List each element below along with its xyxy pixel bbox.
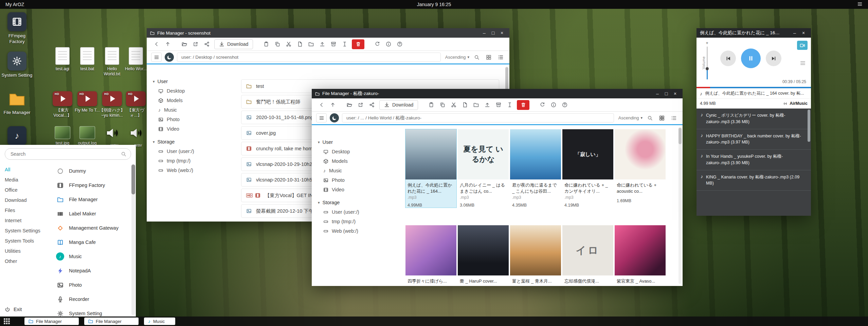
file-grid-item[interactable]: 憂 _ HaruP cover...	[458, 225, 509, 284]
open-button[interactable]	[344, 100, 355, 110]
sidebar-item-models[interactable]: Models	[312, 156, 403, 166]
share-button[interactable]	[201, 39, 212, 49]
new-folder-button[interactable]	[305, 39, 317, 49]
taskbar-item-file-manager-2[interactable]: File Manager	[84, 318, 139, 325]
maximize-button[interactable]: □	[662, 90, 670, 97]
list-view-button[interactable]	[496, 53, 505, 62]
desktop-file-video[interactable]: HDFly Me To T...	[74, 91, 101, 113]
file-grid-item[interactable]: 菫と葉桜 _ 青木月...	[510, 225, 561, 284]
desktop-file-video[interactable]: HD【東方ヴォ...】	[123, 91, 149, 118]
minimize-button[interactable]: –	[480, 29, 488, 37]
new-folder-button[interactable]	[470, 100, 482, 110]
sidebar-item-music[interactable]: ♪Music	[147, 105, 238, 115]
delete-button[interactable]	[517, 100, 529, 110]
scrollbar[interactable]	[131, 164, 135, 315]
minimize-button[interactable]: –	[791, 29, 799, 37]
category-all[interactable]: All	[0, 165, 51, 175]
up-button[interactable]	[162, 39, 173, 49]
sidebar-item-desktop[interactable]: Desktop	[147, 86, 238, 96]
file-grid-item-selected[interactable]: 例えば、今此処に置かれた花に _ 164... .mp3 4.99MB	[405, 129, 456, 208]
desktop-file[interactable]: test.agi	[49, 47, 76, 72]
desktop-icon-system-setting[interactable]: System Setting	[1, 52, 33, 78]
copy-button[interactable]	[272, 39, 283, 49]
sidebar-item-photo[interactable]: Photo	[312, 175, 403, 185]
category-files[interactable]: Files	[0, 205, 51, 215]
sidebar-item-tmp-drive[interactable]: tmp (tmp:/)	[147, 156, 238, 166]
close-button[interactable]: ×	[671, 90, 679, 97]
playlist-item[interactable]: ♪In Your Hands _ yusukeP cover. by 柘榴-za…	[697, 150, 811, 170]
refresh-button[interactable]	[537, 100, 548, 110]
volume-track[interactable]	[707, 46, 708, 79]
delete-button[interactable]	[352, 39, 364, 49]
sidebar-toggle-button[interactable]	[316, 113, 327, 122]
file-grid-item[interactable]: 四季折々に擡げら...	[405, 225, 456, 284]
open-button[interactable]	[179, 39, 190, 49]
archive-button[interactable]	[328, 39, 339, 49]
breadcrumb[interactable]: user: / ... / Hello World / 柘榴-zakuro-	[342, 113, 614, 122]
search-button[interactable]	[472, 53, 481, 62]
app-item-file-manager[interactable]: File Manager	[52, 192, 131, 207]
next-button[interactable]	[766, 51, 781, 66]
scrollbar-handle[interactable]	[505, 67, 508, 91]
sidebar-item-models[interactable]: Models	[147, 96, 238, 105]
sidebar-item-web-drive[interactable]: Web (web:/)	[312, 226, 403, 236]
app-item-label-maker[interactable]: Label Maker	[52, 207, 131, 221]
download-button[interactable]: Download	[379, 100, 418, 110]
taskbar-item-file-manager-1[interactable]: File Manager	[24, 318, 79, 325]
sidebar-section-user[interactable]: ▾User	[147, 77, 238, 86]
scrollbar-handle[interactable]	[679, 128, 682, 144]
desktop-file-image[interactable]: test.jpg	[49, 126, 76, 146]
topbar-menu-button[interactable]	[857, 1, 863, 8]
info-button[interactable]	[383, 39, 394, 49]
previous-button[interactable]	[720, 51, 736, 66]
category-office[interactable]: Office	[0, 185, 51, 195]
sidebar-item-photo[interactable]: Photo	[147, 115, 238, 124]
category-other[interactable]: Other	[0, 256, 51, 266]
file-grid-item[interactable]: イロ 忘却感傷代償漫...	[562, 225, 613, 284]
sidebar-section-storage[interactable]: ▾Storage	[312, 198, 403, 207]
scrollbar-handle[interactable]	[131, 165, 135, 194]
app-item-system-setting[interactable]: System Setting	[52, 306, 131, 317]
titlebar[interactable]: 例えば、今此処に置かれた花に _ 164 c... – ×	[697, 28, 811, 38]
sidebar-item-web-drive[interactable]: Web (web:/)	[147, 166, 238, 175]
brand-label[interactable]: My ArOZ	[5, 2, 24, 7]
playlist-item[interactable]: ♪HAPPY BIRTHDAY _ back number cover. by …	[697, 129, 811, 150]
sidebar-item-video[interactable]: Video	[147, 124, 238, 134]
grid-view-button[interactable]	[484, 53, 493, 62]
app-item-recorder[interactable]: Recorder	[52, 292, 131, 306]
file-grid-item[interactable]: 夏を見て いるかな 八月のレイニー _ はるまきごはん co... .mp3 3…	[458, 129, 509, 208]
list-view-button[interactable]	[669, 114, 678, 122]
playlist-item[interactable]: ♪Cynic _ ポリスピカデリー cover. by 柘榴-zakuro-.m…	[697, 109, 811, 129]
cut-button[interactable]	[448, 100, 459, 110]
desktop-icon-ffmpeg-factory[interactable]: FFmpeg Factory	[1, 12, 33, 45]
up-button[interactable]	[327, 100, 338, 110]
desktop-file[interactable]: Hello World.txt	[99, 47, 125, 77]
sidebar-item-tmp-drive[interactable]: tmp (tmp:/)	[312, 217, 403, 226]
progress-bar[interactable]	[697, 87, 811, 88]
rename-button[interactable]	[339, 39, 350, 49]
titlebar[interactable]: File Manager - screenshot – □ ×	[147, 28, 509, 38]
pause-button[interactable]	[741, 49, 761, 68]
sidebar-item-user-drive[interactable]: User (user:/)	[147, 147, 238, 156]
upload-button[interactable]	[317, 39, 328, 49]
new-file-button[interactable]	[294, 39, 305, 49]
close-button[interactable]: ×	[498, 29, 506, 37]
sort-dropdown[interactable]: Ascending▾	[445, 55, 469, 60]
sidebar-section-storage[interactable]: ▾Storage	[147, 137, 238, 147]
sidebar-item-music[interactable]: ♪Music	[312, 166, 403, 175]
titlebar[interactable]: File Manager - 柘榴-zakuro- – □ ×	[312, 89, 683, 98]
maximize-button[interactable]: □	[489, 29, 497, 37]
refresh-button[interactable]	[372, 39, 383, 49]
copy-button[interactable]	[437, 100, 448, 110]
exit-button[interactable]: Exit	[0, 304, 51, 315]
help-button[interactable]	[559, 100, 570, 110]
scrollbar-handle[interactable]	[808, 110, 810, 142]
category-download[interactable]: Download	[0, 195, 51, 205]
sidebar-item-user-drive[interactable]: User (user:/)	[312, 207, 403, 217]
open-in-new-button[interactable]	[190, 39, 201, 49]
sidebar-item-video[interactable]: Video	[312, 185, 403, 194]
file-grid-item[interactable]: 君が夜の海に還るまで _ こんにちは谷田... .mp3 4.35MB	[510, 129, 561, 208]
app-item-management-gateway[interactable]: Management Gateway	[52, 221, 131, 235]
category-internet[interactable]: Internet	[0, 215, 51, 226]
back-button[interactable]	[316, 100, 327, 110]
